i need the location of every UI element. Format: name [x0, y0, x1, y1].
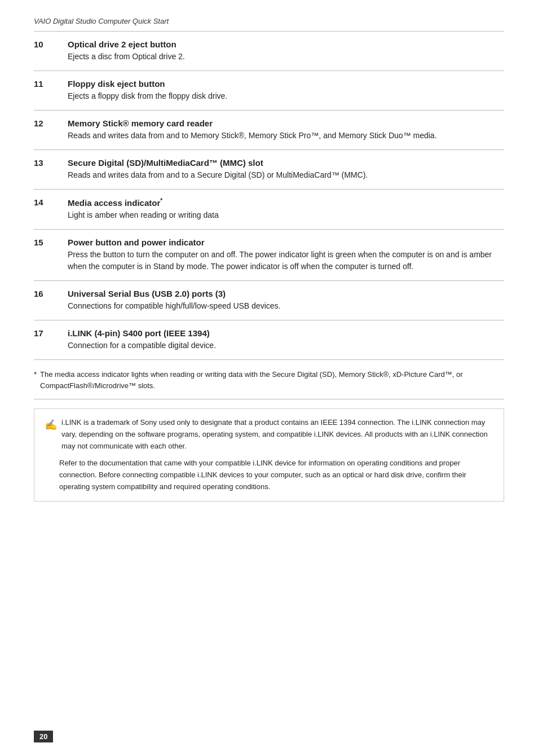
item-title: Universal Serial Bus (USB 2.0) ports (3)	[68, 289, 504, 298]
table-row: 16Universal Serial Bus (USB 2.0) ports (…	[34, 281, 504, 320]
footnote-text: The media access indicator lights when r…	[40, 369, 504, 391]
item-title: Floppy disk eject button	[68, 79, 504, 89]
item-number: 16	[34, 281, 68, 320]
table-row: 13Secure Digital (SD)/MultiMediaCard™ (M…	[34, 150, 504, 190]
item-desc: Ejects a floppy disk from the floppy dis…	[68, 91, 227, 100]
table-row: 15Power button and power indicatorPress …	[34, 230, 504, 281]
item-content: Memory Stick® memory card readerReads an…	[68, 111, 504, 150]
item-desc: Connections for compatible high/full/low…	[68, 301, 280, 310]
footnote-star: *	[34, 369, 37, 391]
table-row: 17i.LINK (4-pin) S400 port (IEEE 1394)Co…	[34, 320, 504, 360]
item-number: 13	[34, 150, 68, 190]
item-title: Power button and power indicator	[68, 238, 504, 247]
item-desc: Connection for a compatible digital devi…	[68, 341, 216, 350]
item-desc: Reads and writes data from and to a Secu…	[68, 170, 368, 179]
item-content: Universal Serial Bus (USB 2.0) ports (3)…	[68, 281, 504, 320]
item-desc: Reads and writes data from and to Memory…	[68, 131, 437, 140]
item-number: 15	[34, 230, 68, 281]
items-table: 10Optical drive 2 eject buttonEjects a d…	[34, 32, 504, 360]
item-content: Floppy disk eject buttonEjects a floppy …	[68, 71, 504, 111]
page: VAIO Digital Studio Computer Quick Start…	[0, 0, 538, 756]
table-row: 12Memory Stick® memory card readerReads …	[34, 111, 504, 150]
item-content: Secure Digital (SD)/MultiMediaCard™ (MMC…	[68, 150, 504, 190]
item-content: Media access indicator*Light is amber wh…	[68, 190, 504, 230]
table-row: 10Optical drive 2 eject buttonEjects a d…	[34, 32, 504, 71]
table-row: 14Media access indicator*Light is amber …	[34, 190, 504, 230]
note-paragraph-1: i.LINK is a trademark of Sony used only …	[61, 417, 493, 452]
item-content: Optical drive 2 eject buttonEjects a dis…	[68, 32, 504, 71]
item-title: i.LINK (4-pin) S400 port (IEEE 1394)	[68, 328, 504, 338]
item-number: 11	[34, 71, 68, 111]
header-title: VAIO Digital Studio Computer Quick Start	[34, 17, 169, 25]
note-box: ✍ i.LINK is a trademark of Sony used onl…	[34, 408, 504, 502]
item-content: i.LINK (4-pin) S400 port (IEEE 1394)Conn…	[68, 320, 504, 360]
page-header: VAIO Digital Studio Computer Quick Start	[34, 17, 504, 32]
item-desc: Light is amber when reading or writing d…	[68, 210, 219, 219]
item-number: 10	[34, 32, 68, 71]
item-number: 17	[34, 320, 68, 360]
item-number: 12	[34, 111, 68, 150]
note-paragraph-2: Refer to the documentation that came wit…	[59, 458, 493, 493]
footnote-section: * The media access indicator lights when…	[34, 369, 504, 399]
item-title: Secure Digital (SD)/MultiMediaCard™ (MMC…	[68, 158, 504, 168]
item-title: Optical drive 2 eject button	[68, 39, 504, 49]
note-icon: ✍	[45, 417, 57, 433]
item-content: Power button and power indicatorPress th…	[68, 230, 504, 281]
item-number: 14	[34, 190, 68, 230]
item-desc: Press the button to turn the computer on…	[68, 250, 492, 271]
item-title: Memory Stick® memory card reader	[68, 118, 504, 128]
item-title: Media access indicator*	[68, 197, 504, 208]
page-number: 20	[34, 731, 53, 742]
table-row: 11Floppy disk eject buttonEjects a flopp…	[34, 71, 504, 111]
item-desc: Ejects a disc from Optical drive 2.	[68, 52, 185, 61]
